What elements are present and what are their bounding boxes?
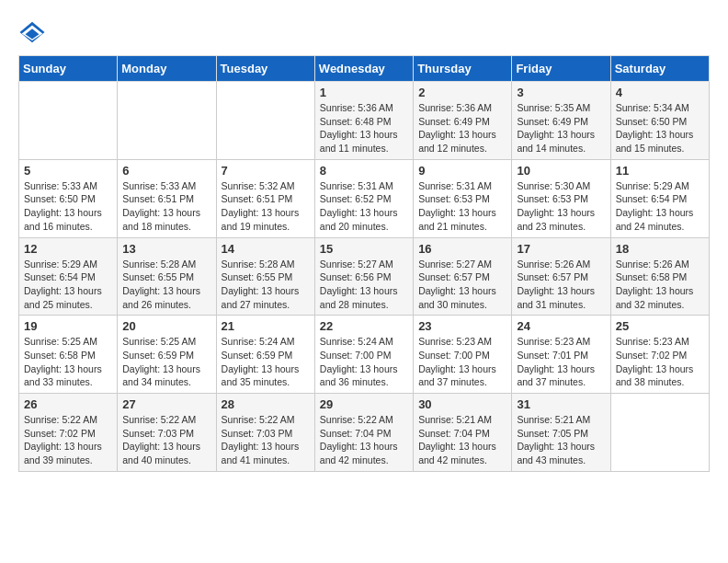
day-info: Sunrise: 5:33 AM Sunset: 6:51 PM Dayligh… (122, 179, 210, 234)
day-number: 19 (24, 319, 112, 333)
page-header (18, 18, 710, 46)
day-info: Sunrise: 5:24 AM Sunset: 6:59 PM Dayligh… (222, 335, 310, 389)
day-info: Sunrise: 5:23 AM Sunset: 7:02 PM Dayligh… (616, 335, 704, 389)
day-info: Sunrise: 5:22 AM Sunset: 7:04 PM Dayligh… (320, 413, 408, 467)
column-header-monday: Monday (118, 56, 216, 82)
day-info: Sunrise: 5:22 AM Sunset: 7:03 PM Dayligh… (122, 413, 210, 467)
calendar-cell: 25Sunrise: 5:23 AM Sunset: 7:02 PM Dayli… (610, 316, 709, 394)
calendar-cell (19, 82, 118, 160)
day-info: Sunrise: 5:24 AM Sunset: 7:00 PM Dayligh… (320, 335, 408, 389)
day-info: Sunrise: 5:32 AM Sunset: 6:51 PM Dayligh… (222, 179, 310, 234)
day-number: 18 (616, 242, 704, 256)
calendar-cell: 5Sunrise: 5:33 AM Sunset: 6:50 PM Daylig… (19, 159, 118, 237)
day-number: 4 (616, 86, 704, 99)
day-number: 29 (320, 397, 408, 411)
calendar-cell: 6Sunrise: 5:33 AM Sunset: 6:51 PM Daylig… (118, 159, 216, 237)
calendar-cell: 8Sunrise: 5:31 AM Sunset: 6:52 PM Daylig… (314, 159, 413, 237)
calendar-cell: 24Sunrise: 5:23 AM Sunset: 7:01 PM Dayli… (512, 316, 610, 394)
calendar-cell: 3Sunrise: 5:35 AM Sunset: 6:49 PM Daylig… (512, 82, 610, 160)
calendar-cell: 1Sunrise: 5:36 AM Sunset: 6:48 PM Daylig… (314, 82, 413, 160)
calendar-cell: 18Sunrise: 5:26 AM Sunset: 6:58 PM Dayli… (610, 237, 709, 316)
calendar-cell: 28Sunrise: 5:22 AM Sunset: 7:03 PM Dayli… (216, 394, 314, 472)
day-number: 16 (418, 242, 506, 256)
day-number: 11 (616, 164, 704, 178)
day-info: Sunrise: 5:31 AM Sunset: 6:53 PM Dayligh… (418, 179, 506, 234)
week-row: 5Sunrise: 5:33 AM Sunset: 6:50 PM Daylig… (19, 159, 710, 237)
day-number: 3 (517, 86, 605, 99)
column-header-saturday: Saturday (610, 56, 709, 82)
calendar-cell: 15Sunrise: 5:27 AM Sunset: 6:56 PM Dayli… (314, 237, 413, 316)
day-info: Sunrise: 5:33 AM Sunset: 6:50 PM Dayligh… (24, 179, 112, 234)
day-number: 6 (122, 164, 210, 178)
column-header-wednesday: Wednesday (314, 56, 413, 82)
calendar-cell: 7Sunrise: 5:32 AM Sunset: 6:51 PM Daylig… (216, 159, 314, 237)
day-info: Sunrise: 5:28 AM Sunset: 6:55 PM Dayligh… (222, 258, 310, 312)
day-info: Sunrise: 5:21 AM Sunset: 7:04 PM Dayligh… (418, 413, 506, 467)
day-number: 14 (222, 242, 310, 256)
calendar-cell: 31Sunrise: 5:21 AM Sunset: 7:05 PM Dayli… (512, 394, 610, 472)
day-info: Sunrise: 5:27 AM Sunset: 6:56 PM Dayligh… (320, 258, 408, 312)
calendar-cell (610, 394, 709, 472)
day-info: Sunrise: 5:36 AM Sunset: 6:48 PM Dayligh… (320, 101, 408, 155)
calendar-cell (118, 82, 216, 160)
day-number: 22 (320, 319, 408, 333)
day-info: Sunrise: 5:30 AM Sunset: 6:53 PM Dayligh… (517, 179, 605, 234)
day-info: Sunrise: 5:21 AM Sunset: 7:05 PM Dayligh… (517, 413, 605, 467)
header-row: SundayMondayTuesdayWednesdayThursdayFrid… (19, 56, 710, 82)
day-number: 28 (222, 397, 310, 411)
day-number: 9 (418, 164, 506, 178)
calendar-cell: 17Sunrise: 5:26 AM Sunset: 6:57 PM Dayli… (512, 237, 610, 316)
calendar-cell: 9Sunrise: 5:31 AM Sunset: 6:53 PM Daylig… (414, 159, 512, 237)
day-info: Sunrise: 5:35 AM Sunset: 6:49 PM Dayligh… (517, 101, 605, 155)
day-info: Sunrise: 5:22 AM Sunset: 7:03 PM Dayligh… (222, 413, 310, 467)
calendar-cell: 22Sunrise: 5:24 AM Sunset: 7:00 PM Dayli… (314, 316, 413, 394)
day-info: Sunrise: 5:23 AM Sunset: 7:01 PM Dayligh… (517, 335, 605, 389)
day-number: 20 (122, 319, 210, 333)
calendar-cell: 30Sunrise: 5:21 AM Sunset: 7:04 PM Dayli… (414, 394, 512, 472)
day-info: Sunrise: 5:34 AM Sunset: 6:50 PM Dayligh… (616, 101, 704, 155)
day-number: 5 (24, 164, 112, 178)
calendar-cell: 29Sunrise: 5:22 AM Sunset: 7:04 PM Dayli… (314, 394, 413, 472)
calendar-cell: 26Sunrise: 5:22 AM Sunset: 7:02 PM Dayli… (19, 394, 118, 472)
calendar-cell: 27Sunrise: 5:22 AM Sunset: 7:03 PM Dayli… (118, 394, 216, 472)
calendar-cell: 20Sunrise: 5:25 AM Sunset: 6:59 PM Dayli… (118, 316, 216, 394)
day-number: 23 (418, 319, 506, 333)
week-row: 19Sunrise: 5:25 AM Sunset: 6:58 PM Dayli… (19, 316, 710, 394)
day-number: 24 (517, 319, 605, 333)
day-info: Sunrise: 5:29 AM Sunset: 6:54 PM Dayligh… (24, 258, 112, 312)
column-header-friday: Friday (512, 56, 610, 82)
calendar-cell: 23Sunrise: 5:23 AM Sunset: 7:00 PM Dayli… (414, 316, 512, 394)
calendar-cell: 2Sunrise: 5:36 AM Sunset: 6:49 PM Daylig… (414, 82, 512, 160)
calendar-cell: 4Sunrise: 5:34 AM Sunset: 6:50 PM Daylig… (610, 82, 709, 160)
day-info: Sunrise: 5:27 AM Sunset: 6:57 PM Dayligh… (418, 258, 506, 312)
day-number: 31 (517, 397, 605, 411)
calendar-cell: 10Sunrise: 5:30 AM Sunset: 6:53 PM Dayli… (512, 159, 610, 237)
day-number: 10 (517, 164, 605, 178)
calendar-table: SundayMondayTuesdayWednesdayThursdayFrid… (18, 55, 710, 472)
day-number: 30 (418, 397, 506, 411)
day-number: 12 (24, 242, 112, 256)
calendar-cell: 19Sunrise: 5:25 AM Sunset: 6:58 PM Dayli… (19, 316, 118, 394)
calendar-cell: 21Sunrise: 5:24 AM Sunset: 6:59 PM Dayli… (216, 316, 314, 394)
day-number: 1 (320, 86, 408, 99)
day-info: Sunrise: 5:25 AM Sunset: 6:58 PM Dayligh… (24, 335, 112, 389)
day-number: 27 (122, 397, 210, 411)
day-info: Sunrise: 5:26 AM Sunset: 6:58 PM Dayligh… (616, 258, 704, 312)
column-header-thursday: Thursday (414, 56, 512, 82)
day-number: 17 (517, 242, 605, 256)
column-header-sunday: Sunday (19, 56, 118, 82)
day-number: 13 (122, 242, 210, 256)
day-info: Sunrise: 5:31 AM Sunset: 6:52 PM Dayligh… (320, 179, 408, 234)
day-info: Sunrise: 5:26 AM Sunset: 6:57 PM Dayligh… (517, 258, 605, 312)
calendar-cell: 11Sunrise: 5:29 AM Sunset: 6:54 PM Dayli… (610, 159, 709, 237)
column-header-tuesday: Tuesday (216, 56, 314, 82)
calendar-cell: 14Sunrise: 5:28 AM Sunset: 6:55 PM Dayli… (216, 237, 314, 316)
calendar-cell: 16Sunrise: 5:27 AM Sunset: 6:57 PM Dayli… (414, 237, 512, 316)
calendar-cell: 13Sunrise: 5:28 AM Sunset: 6:55 PM Dayli… (118, 237, 216, 316)
day-info: Sunrise: 5:22 AM Sunset: 7:02 PM Dayligh… (24, 413, 112, 467)
day-number: 15 (320, 242, 408, 256)
logo (18, 18, 48, 46)
week-row: 1Sunrise: 5:36 AM Sunset: 6:48 PM Daylig… (19, 82, 710, 160)
logo-icon (18, 18, 46, 46)
day-number: 8 (320, 164, 408, 178)
